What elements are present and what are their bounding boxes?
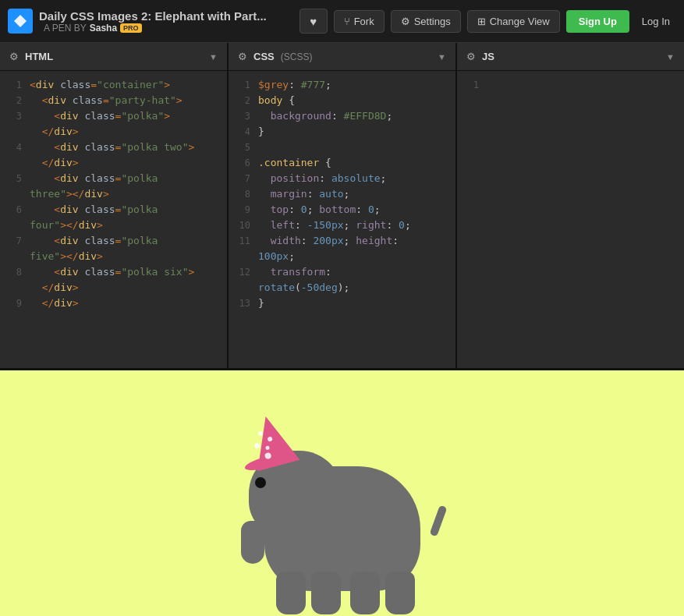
code-line: 6.container { bbox=[229, 155, 455, 171]
code-line: 2body { bbox=[229, 93, 455, 108]
code-line: 8 margin: auto; bbox=[229, 186, 455, 202]
code-line: </div> bbox=[0, 124, 227, 140]
logo-icon bbox=[8, 9, 33, 34]
js-gear-icon: ⚙ bbox=[466, 51, 476, 62]
code-line: three"></div> bbox=[0, 186, 227, 202]
code-line: 8 <div class="polka six"> bbox=[0, 264, 227, 280]
elephant-tail bbox=[429, 504, 447, 536]
code-line: 7 position: absolute; bbox=[229, 171, 455, 186]
change-view-button[interactable]: ⊞ Change View bbox=[467, 10, 560, 33]
js-panel-arrow[interactable]: ▼ bbox=[666, 52, 675, 62]
code-line: 3 background: #EFFD8D; bbox=[229, 108, 455, 124]
svg-point-3 bbox=[257, 430, 263, 436]
svg-point-4 bbox=[264, 445, 269, 450]
like-button[interactable]: ♥ bbox=[299, 9, 328, 34]
pen-author: A PEN BY Sasha PRO bbox=[44, 23, 267, 34]
css-panel: ⚙ CSS (SCSS) ▼ 1$grey: #777; 2body { 3 b… bbox=[229, 43, 457, 368]
elephant-leg bbox=[350, 572, 380, 614]
code-line: 100px; bbox=[229, 249, 455, 264]
code-line: 10 left: -150px; right: 0; bbox=[229, 218, 455, 233]
code-line: 4} bbox=[229, 124, 455, 140]
js-panel-header: ⚙ JS ▼ bbox=[457, 43, 684, 71]
change-view-icon: ⊞ bbox=[477, 16, 486, 27]
html-panel-title: HTML bbox=[25, 51, 53, 62]
css-panel-arrow[interactable]: ▼ bbox=[438, 52, 446, 62]
pro-badge: PRO bbox=[120, 23, 142, 33]
code-line: 5 bbox=[229, 140, 455, 155]
svg-point-0 bbox=[264, 451, 271, 459]
css-panel-header: ⚙ CSS (SCSS) ▼ bbox=[229, 43, 455, 71]
html-panel-header: ⚙ HTML ▼ bbox=[0, 43, 227, 71]
settings-button[interactable]: ⚙ Settings bbox=[391, 10, 461, 33]
html-gear-icon: ⚙ bbox=[9, 51, 19, 62]
fork-button[interactable]: ⑂ Fork bbox=[334, 10, 385, 33]
settings-label: Settings bbox=[414, 16, 451, 27]
code-line: 13} bbox=[229, 296, 455, 311]
css-panel-title: CSS bbox=[253, 51, 275, 62]
settings-icon: ⚙ bbox=[401, 16, 410, 27]
fork-label: Fork bbox=[354, 16, 374, 27]
html-panel-arrow[interactable]: ▼ bbox=[209, 52, 218, 62]
code-line: 9 </div> bbox=[0, 296, 227, 311]
change-view-label: Change View bbox=[490, 16, 550, 27]
html-panel: ⚙ HTML ▼ 1<div class="container"> 2 <div… bbox=[0, 43, 229, 368]
html-code-area[interactable]: 1<div class="container"> 2 <div class="p… bbox=[0, 71, 227, 368]
code-line: 4 <div class="polka two"> bbox=[0, 140, 227, 155]
code-line: 7 <div class="polka bbox=[0, 233, 227, 249]
login-button[interactable]: Log In bbox=[636, 11, 676, 32]
code-line: </div> bbox=[0, 155, 227, 171]
code-line: 12 transform: bbox=[229, 264, 455, 280]
heart-icon: ♥ bbox=[310, 15, 317, 28]
svg-point-2 bbox=[267, 436, 272, 441]
js-panel: ⚙ JS ▼ 1 bbox=[457, 43, 684, 368]
elephant-scene bbox=[233, 420, 452, 614]
code-line: </div> bbox=[0, 280, 227, 296]
code-line: 6 <div class="polka bbox=[0, 202, 227, 218]
css-gear-icon: ⚙ bbox=[238, 51, 247, 62]
svg-point-1 bbox=[253, 442, 260, 449]
code-line: rotate(-50deg); bbox=[229, 280, 455, 296]
author-name: Sasha bbox=[90, 23, 117, 34]
editor-area: ⚙ HTML ▼ 1<div class="container"> 2 <div… bbox=[0, 43, 684, 370]
pen-title: Daily CSS Images 2: Elephant with Part..… bbox=[39, 9, 267, 23]
pen-label: A PEN BY bbox=[44, 23, 87, 34]
signup-button[interactable]: Sign Up bbox=[566, 10, 629, 33]
code-line: 1<div class="container"> bbox=[0, 77, 227, 93]
js-panel-title: JS bbox=[482, 51, 494, 62]
code-line: 9 top: 0; bottom: 0; bbox=[229, 202, 455, 218]
topbar: Daily CSS Images 2: Elephant with Part..… bbox=[0, 0, 684, 43]
elephant-trunk bbox=[241, 521, 264, 564]
elephant-leg bbox=[276, 572, 306, 614]
code-line: 11 width: 200px; height: bbox=[229, 233, 455, 249]
code-line: 3 <div class="polka"> bbox=[0, 108, 227, 124]
code-line: 1 bbox=[457, 77, 684, 93]
code-line: 5 <div class="polka bbox=[0, 171, 227, 186]
code-line: five"></div> bbox=[0, 249, 227, 264]
preview-area bbox=[0, 370, 684, 616]
code-line: 2 <div class="party-hat"> bbox=[0, 93, 227, 108]
css-code-area[interactable]: 1$grey: #777; 2body { 3 background: #EFF… bbox=[229, 71, 455, 368]
fork-icon: ⑂ bbox=[344, 16, 350, 27]
js-code-area[interactable]: 1 bbox=[457, 71, 684, 368]
code-line: 1$grey: #777; bbox=[229, 77, 455, 93]
css-panel-subtitle: (SCSS) bbox=[281, 51, 313, 62]
elephant-eye bbox=[255, 477, 266, 488]
code-line: four"></div> bbox=[0, 218, 227, 233]
elephant-leg bbox=[385, 572, 415, 614]
elephant-leg bbox=[311, 572, 341, 614]
